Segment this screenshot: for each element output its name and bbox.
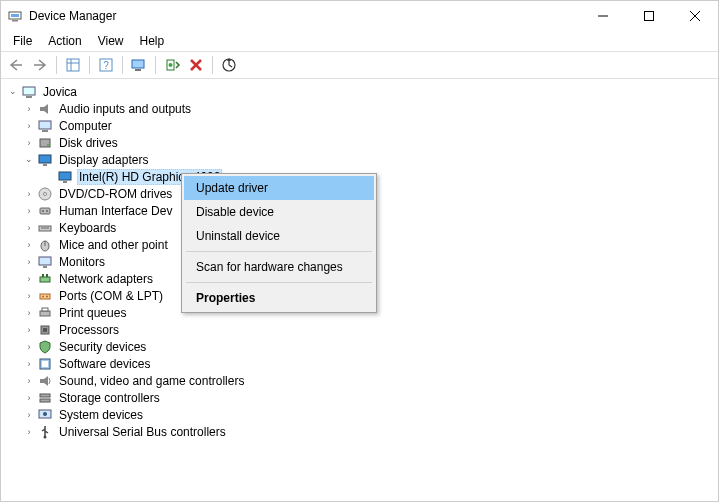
tree-category[interactable]: System devices bbox=[3, 406, 716, 423]
network-icon bbox=[37, 271, 53, 287]
forward-button[interactable] bbox=[29, 54, 51, 76]
tree-category-label: Security devices bbox=[57, 340, 148, 354]
expand-toggle-icon[interactable] bbox=[23, 358, 35, 370]
scan-hardware-button[interactable] bbox=[161, 54, 183, 76]
svg-point-58 bbox=[44, 435, 47, 438]
printer-icon bbox=[37, 305, 53, 321]
context-menu: Update driverDisable deviceUninstall dev… bbox=[181, 173, 377, 313]
expand-toggle-icon[interactable] bbox=[23, 273, 35, 285]
expand-toggle-icon[interactable] bbox=[23, 324, 35, 336]
tree-category[interactable]: Software devices bbox=[3, 355, 716, 372]
tree-category[interactable]: Universal Serial Bus controllers bbox=[3, 423, 716, 440]
expand-toggle-icon[interactable] bbox=[23, 426, 35, 438]
tree-category-label: Monitors bbox=[57, 255, 107, 269]
svg-point-33 bbox=[42, 210, 44, 212]
hid-icon bbox=[37, 203, 53, 219]
tree-category-label: Mice and other point bbox=[57, 238, 170, 252]
maximize-button[interactable] bbox=[626, 1, 672, 31]
svg-rect-23 bbox=[42, 130, 48, 132]
toolbar: ? bbox=[1, 51, 718, 79]
context-menu-item[interactable]: Properties bbox=[184, 286, 374, 310]
toolbar-separator bbox=[155, 56, 156, 74]
toolbar-separator bbox=[122, 56, 123, 74]
expand-toggle-icon[interactable] bbox=[23, 205, 35, 217]
context-menu-item[interactable]: Uninstall device bbox=[184, 224, 374, 248]
expand-toggle-icon[interactable] bbox=[23, 239, 35, 251]
context-menu-item[interactable]: Disable device bbox=[184, 200, 374, 224]
expand-toggle-icon[interactable] bbox=[23, 188, 35, 200]
back-button[interactable] bbox=[5, 54, 27, 76]
tree-category[interactable]: Security devices bbox=[3, 338, 716, 355]
show-hide-tree-button[interactable] bbox=[62, 54, 84, 76]
svg-rect-40 bbox=[43, 266, 47, 268]
help-button[interactable]: ? bbox=[95, 54, 117, 76]
update-driver-button[interactable] bbox=[218, 54, 240, 76]
svg-point-31 bbox=[44, 192, 47, 195]
tree-category[interactable]: Processors bbox=[3, 321, 716, 338]
tree-category[interactable]: Sound, video and game controllers bbox=[3, 372, 716, 389]
context-menu-item[interactable]: Update driver bbox=[184, 176, 374, 200]
svg-rect-29 bbox=[63, 181, 67, 183]
context-menu-separator bbox=[186, 251, 372, 252]
expand-toggle-icon[interactable] bbox=[23, 375, 35, 387]
expand-toggle-icon[interactable] bbox=[23, 120, 35, 132]
svg-point-45 bbox=[42, 295, 44, 297]
tree-category[interactable]: Disk drives bbox=[3, 134, 716, 151]
svg-point-34 bbox=[46, 210, 48, 212]
tree-category[interactable]: Storage controllers bbox=[3, 389, 716, 406]
expand-toggle-icon[interactable] bbox=[23, 222, 35, 234]
tree-category-label: System devices bbox=[57, 408, 145, 422]
mouse-icon bbox=[37, 237, 53, 253]
context-menu-separator bbox=[186, 282, 372, 283]
menu-view[interactable]: View bbox=[90, 32, 132, 50]
expand-toggle-icon[interactable] bbox=[23, 307, 35, 319]
display-icon bbox=[57, 169, 73, 185]
expand-toggle-icon[interactable] bbox=[23, 341, 35, 353]
svg-rect-53 bbox=[40, 379, 44, 383]
tree-category-label: Processors bbox=[57, 323, 121, 337]
tree-category-label: Disk drives bbox=[57, 136, 120, 150]
svg-rect-20 bbox=[26, 96, 32, 98]
monitor-icon bbox=[37, 254, 53, 270]
svg-rect-39 bbox=[39, 257, 51, 265]
tree-category[interactable]: Computer bbox=[3, 117, 716, 134]
toolbar-separator bbox=[89, 56, 90, 74]
tree-root[interactable]: Jovica bbox=[3, 83, 716, 100]
svg-rect-41 bbox=[40, 277, 50, 282]
svg-rect-50 bbox=[43, 328, 47, 332]
svg-rect-2 bbox=[12, 20, 18, 22]
svg-rect-54 bbox=[40, 394, 50, 397]
svg-point-25 bbox=[47, 144, 49, 146]
menu-action[interactable]: Action bbox=[40, 32, 89, 50]
tree-category[interactable]: Display adapters bbox=[3, 151, 716, 168]
expand-toggle-icon[interactable] bbox=[23, 154, 35, 166]
menu-help[interactable]: Help bbox=[132, 32, 173, 50]
disk-icon bbox=[37, 135, 53, 151]
svg-rect-4 bbox=[645, 12, 654, 21]
expand-toggle-icon[interactable] bbox=[23, 290, 35, 302]
svg-rect-21 bbox=[40, 107, 44, 111]
expand-toggle-icon[interactable] bbox=[23, 256, 35, 268]
tree-category-label: Universal Serial Bus controllers bbox=[57, 425, 228, 439]
expand-toggle-icon[interactable] bbox=[23, 137, 35, 149]
expand-toggle-icon[interactable] bbox=[23, 392, 35, 404]
usb-icon bbox=[37, 424, 53, 440]
context-menu-item[interactable]: Scan for hardware changes bbox=[184, 255, 374, 279]
expand-toggle-icon[interactable] bbox=[23, 103, 35, 115]
window-controls bbox=[580, 1, 718, 31]
speaker-icon bbox=[37, 101, 53, 117]
device-tree[interactable]: Jovica Audio inputs and outputsComputerD… bbox=[1, 79, 718, 501]
dvd-icon bbox=[37, 186, 53, 202]
close-button[interactable] bbox=[672, 1, 718, 31]
tree-category-label: Software devices bbox=[57, 357, 152, 371]
menu-file[interactable]: File bbox=[5, 32, 40, 50]
expand-toggle-icon[interactable] bbox=[7, 86, 19, 98]
uninstall-button[interactable] bbox=[185, 54, 207, 76]
expand-toggle-icon[interactable] bbox=[23, 409, 35, 421]
svg-rect-28 bbox=[59, 172, 71, 180]
svg-rect-48 bbox=[42, 308, 48, 311]
computer-action-button[interactable] bbox=[128, 54, 150, 76]
system-icon bbox=[37, 407, 53, 423]
tree-category[interactable]: Audio inputs and outputs bbox=[3, 100, 716, 117]
minimize-button[interactable] bbox=[580, 1, 626, 31]
